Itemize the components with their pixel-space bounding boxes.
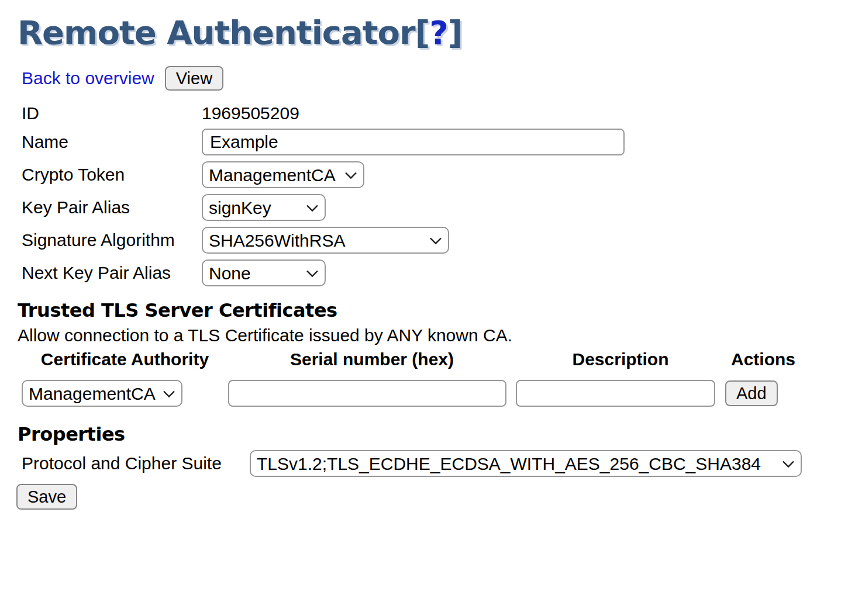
description-input[interactable] xyxy=(516,380,715,407)
next-key-pair-alias-select[interactable]: None xyxy=(202,259,326,286)
protocol-cipher-row: Protocol and Cipher Suite TLSv1.2;TLS_EC… xyxy=(22,450,855,477)
page-title-text: Remote Authenticator xyxy=(18,13,415,51)
table-header-row: Certificate Authority Serial number (hex… xyxy=(22,349,801,379)
crypto-token-select[interactable]: ManagementCA xyxy=(202,161,364,188)
crypto-token-row: Crypto Token ManagementCA xyxy=(22,161,855,188)
name-row: Name xyxy=(22,129,855,155)
help-bracket-close: ] xyxy=(448,13,463,51)
name-input[interactable] xyxy=(202,129,625,155)
page-title: Remote Authenticator[?] xyxy=(18,14,855,51)
signature-algorithm-row: Signature Algorithm SHA256WithRSA xyxy=(22,227,855,254)
trusted-tls-heading: Trusted TLS Server Certificates xyxy=(18,299,855,321)
next-key-pair-alias-label: Next Key Pair Alias xyxy=(22,263,202,283)
save-row: Save xyxy=(16,484,855,510)
next-key-pair-alias-row: Next Key Pair Alias None xyxy=(22,259,855,286)
trusted-tls-table: Certificate Authority Serial number (hex… xyxy=(22,349,801,408)
protocol-cipher-label: Protocol and Cipher Suite xyxy=(22,454,250,473)
key-pair-alias-label: Key Pair Alias xyxy=(22,198,202,217)
trusted-tls-note: Allow connection to a TLS Certificate is… xyxy=(18,325,855,346)
help-bracket-open: [ xyxy=(415,13,430,51)
help-link[interactable]: ? xyxy=(429,13,447,51)
crypto-token-label: Crypto Token xyxy=(22,165,202,185)
id-row: ID 1969505209 xyxy=(22,103,855,124)
column-header-certificate-authority: Certificate Authority xyxy=(22,349,228,379)
column-header-serial-number: Serial number (hex) xyxy=(228,349,516,379)
table-row: ManagementCA Add xyxy=(22,379,801,408)
id-label: ID xyxy=(22,103,202,123)
authenticator-form: ID 1969505209 Name Crypto Token Manageme… xyxy=(0,103,855,286)
key-pair-alias-row: Key Pair Alias signKey xyxy=(22,194,855,221)
key-pair-alias-select[interactable]: signKey xyxy=(202,194,326,221)
protocol-cipher-select[interactable]: TLSv1.2;TLS_ECDHE_ECDSA_WITH_AES_256_CBC… xyxy=(250,450,802,477)
add-button[interactable]: Add xyxy=(725,380,778,406)
properties-heading: Properties xyxy=(18,423,855,445)
save-button[interactable]: Save xyxy=(16,484,77,510)
serial-number-input[interactable] xyxy=(228,380,506,407)
signature-algorithm-select[interactable]: SHA256WithRSA xyxy=(202,227,449,254)
back-to-overview-link[interactable]: Back to overview xyxy=(22,68,154,88)
column-header-description: Description xyxy=(516,349,725,379)
name-label: Name xyxy=(22,132,202,152)
view-button[interactable]: View xyxy=(165,66,223,91)
toolbar: Back to overview View xyxy=(22,65,855,91)
signature-algorithm-label: Signature Algorithm xyxy=(22,230,202,250)
certificate-authority-select[interactable]: ManagementCA xyxy=(22,380,182,407)
id-value: 1969505209 xyxy=(202,103,855,123)
column-header-actions: Actions xyxy=(725,349,801,379)
